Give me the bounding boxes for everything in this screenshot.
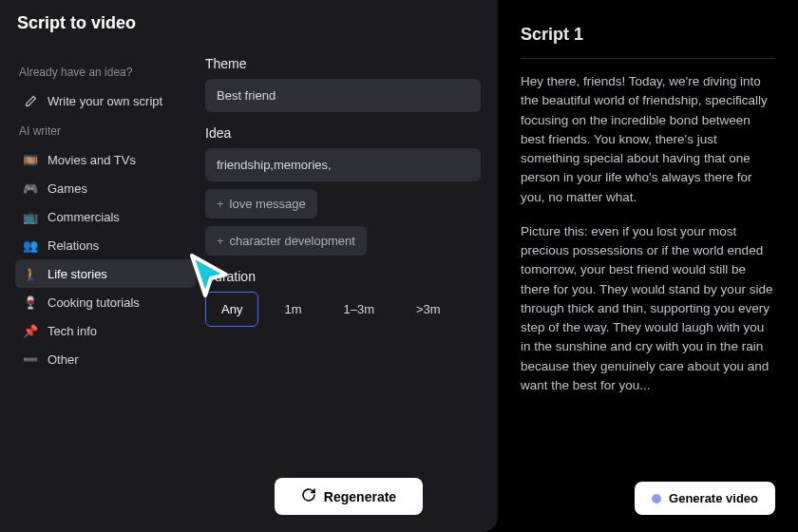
app-root: Script to video Already have an idea? Wr… (0, 0, 798, 532)
left-body: Already have an idea? Write your own scr… (0, 45, 498, 532)
other-icon: ➖ (23, 352, 38, 367)
right-panel: Script 1 Hey there, friends! Today, we'r… (498, 0, 798, 532)
pin-icon: 📌 (23, 323, 38, 338)
duration-1m[interactable]: 1m (268, 292, 317, 327)
duration-1-3m[interactable]: 1–3m (327, 292, 390, 327)
chip-label: love message (230, 197, 306, 211)
generate-label: Generate video (669, 491, 758, 505)
sidebar-item-commercials[interactable]: 📺 Commercials (15, 202, 196, 231)
generate-video-button[interactable]: Generate video (635, 482, 775, 515)
duration-gt3m[interactable]: >3m (400, 292, 457, 327)
duration-any[interactable]: Any (205, 292, 258, 327)
divider (521, 58, 775, 59)
idea-input[interactable] (205, 148, 481, 181)
wine-icon: 🍷 (23, 294, 38, 310)
sidebar-item-label: Games (48, 181, 87, 196)
regenerate-button[interactable]: Regenerate (275, 478, 423, 515)
sidebar-item-movies[interactable]: 🎞️ Movies and TVs (15, 145, 196, 174)
sidebar-item-label: Commercials (48, 210, 120, 224)
panel-title: Script to video (0, 0, 498, 45)
idea-group: Idea + love message + character developm… (205, 125, 481, 256)
sidebar: Already have an idea? Write your own scr… (0, 45, 200, 532)
sidebar-section-own-idea: Already have an idea? (19, 66, 196, 79)
person-icon: 🚶 (23, 266, 38, 281)
regenerate-wrap: Regenerate (200, 478, 498, 515)
sidebar-item-label: Write your own script (48, 94, 162, 108)
duration-row: Any 1m 1–3m >3m (205, 292, 481, 327)
plus-icon: + (217, 197, 224, 211)
plus-icon: + (217, 234, 224, 248)
refresh-icon (301, 487, 316, 505)
film-icon: 🎞️ (23, 152, 38, 167)
duration-group: Duration Any 1m 1–3m >3m (205, 269, 481, 327)
sidebar-item-relations[interactable]: 👥 Relations (15, 231, 196, 259)
regenerate-label: Regenerate (324, 489, 396, 504)
script-title: Script 1 (521, 25, 775, 45)
idea-chip-character-dev[interactable]: + character development (205, 226, 367, 256)
sidebar-write-own[interactable]: Write your own script (15, 86, 196, 115)
sparkle-icon (652, 494, 661, 504)
sidebar-item-label: Other (48, 352, 79, 367)
sidebar-item-label: Tech info (48, 324, 97, 338)
tv-icon: 📺 (23, 209, 38, 224)
left-panel: Script to video Already have an idea? Wr… (0, 0, 498, 532)
sidebar-item-cooking[interactable]: 🍷 Cooking tutorials (15, 288, 196, 316)
sidebar-item-label: Movies and TVs (48, 153, 136, 167)
sidebar-item-games[interactable]: 🎮 Games (15, 174, 196, 202)
script-paragraph: Picture this: even if you lost your most… (521, 222, 775, 395)
sidebar-item-other[interactable]: ➖ Other (15, 345, 196, 373)
theme-group: Theme (205, 56, 481, 112)
people-icon: 👥 (23, 238, 38, 253)
chip-label: character development (230, 234, 355, 248)
duration-label: Duration (205, 269, 481, 284)
idea-chip-love-message[interactable]: + love message (205, 189, 317, 218)
sidebar-item-label: Relations (48, 238, 99, 253)
pencil-icon (23, 93, 38, 108)
script-paragraph: Hey there, friends! Today, we're diving … (521, 72, 775, 207)
gamepad-icon: 🎮 (23, 180, 38, 196)
script-body: Hey there, friends! Today, we're diving … (521, 72, 775, 395)
theme-input[interactable] (205, 79, 481, 112)
sidebar-item-label: Cooking tutorials (48, 295, 140, 310)
idea-label: Idea (205, 125, 481, 141)
sidebar-item-label: Life stories (48, 267, 107, 281)
sidebar-item-life-stories[interactable]: 🚶 Life stories (15, 259, 196, 288)
sidebar-item-tech[interactable]: 📌 Tech info (15, 316, 196, 345)
sidebar-section-ai-writer: AI writer (19, 124, 196, 138)
idea-chips: + love message + character development (205, 189, 481, 256)
theme-label: Theme (205, 56, 481, 71)
form-area: Theme Idea + love message + character de… (200, 45, 498, 532)
